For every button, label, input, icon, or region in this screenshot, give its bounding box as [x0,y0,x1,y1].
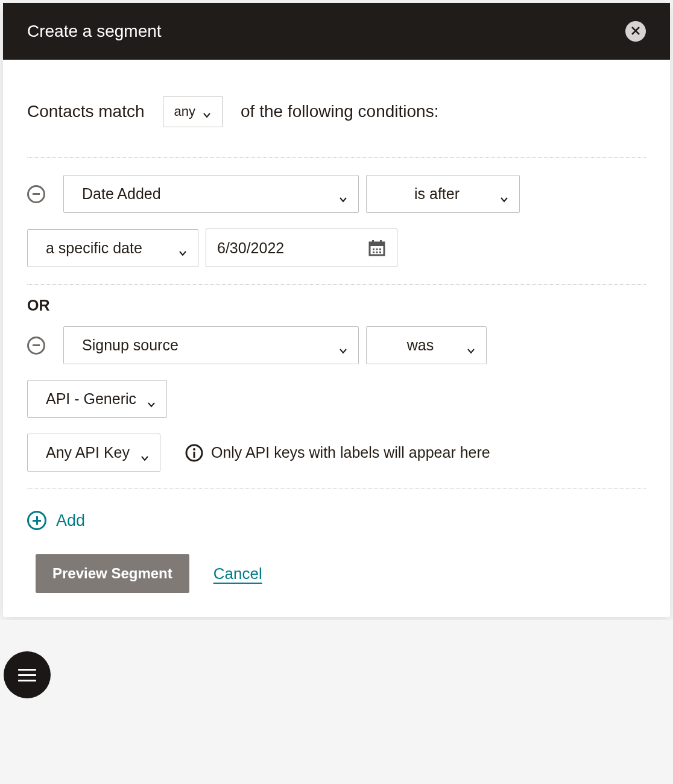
create-segment-modal: Create a segment Contacts match any of t… [3,3,670,617]
svg-rect-9 [379,251,381,253]
condition-row: Any API Key Only API keys with labels wi… [27,434,646,472]
svg-rect-6 [379,248,381,250]
condition-joiner: OR [27,297,646,314]
condition-value1: API - Generic [46,390,136,408]
chevron-down-icon [339,341,347,350]
add-condition-button[interactable]: Add [27,511,646,530]
minus-icon [33,193,40,195]
chevron-down-icon [147,395,156,403]
condition-field-select[interactable]: Signup source [63,326,359,364]
actions-row: Preview Segment Cancel [36,554,646,593]
svg-rect-5 [376,248,378,250]
modal-title: Create a segment [27,22,162,41]
chevron-down-icon [141,449,149,457]
condition-operator-value: was [407,337,434,354]
svg-rect-2 [372,240,374,244]
info-icon [185,443,204,463]
chevron-down-icon [179,244,187,252]
condition-value2: Any API Key [46,444,130,461]
modal-header: Create a segment [3,3,670,60]
minus-icon [33,344,40,346]
svg-rect-4 [373,248,374,250]
modal-body: Contacts match any of the following cond… [3,60,670,617]
match-suffix: of the following conditions: [241,102,438,121]
plus-circle-icon [27,511,46,530]
preview-segment-button[interactable]: Preview Segment [36,554,189,593]
divider [27,284,646,285]
match-prefix: Contacts match [27,102,145,121]
date-mode-select[interactable]: a specific date [27,229,198,267]
info-text: Only API keys with labels will appear he… [211,444,490,461]
svg-rect-3 [380,240,382,244]
close-icon [631,26,640,37]
condition-row: a specific date 6/30/2022 [27,229,646,267]
condition-field-select[interactable]: Date Added [63,175,359,213]
condition-block-1: Date Added is after a specific date [27,158,646,284]
condition-operator-select[interactable]: is after [366,175,520,213]
match-selector-value: any [174,104,195,119]
close-button[interactable] [625,21,646,42]
svg-rect-7 [373,251,374,253]
condition-field-value: Signup source [82,337,179,354]
condition-operator-value: is after [414,185,460,203]
svg-rect-8 [376,251,378,253]
svg-point-11 [193,448,195,450]
calendar-icon [368,239,386,257]
condition-operator-select[interactable]: was [366,326,487,364]
condition-value2-select[interactable]: Any API Key [27,434,160,472]
chevron-down-icon [203,107,211,116]
condition-row: Signup source was [27,326,646,364]
chevron-down-icon [467,341,475,350]
condition-value1-select[interactable]: API - Generic [27,380,167,418]
svg-rect-12 [193,452,195,458]
match-row: Contacts match any of the following cond… [27,96,646,127]
date-input[interactable]: 6/30/2022 [206,229,397,267]
match-selector[interactable]: any [163,96,223,127]
cancel-button[interactable]: Cancel [213,564,262,583]
chevron-down-icon [339,190,347,198]
svg-rect-1 [370,242,384,246]
divider [27,488,646,489]
remove-condition-button[interactable] [27,337,45,355]
date-mode-value: a specific date [46,239,142,257]
condition-field-value: Date Added [82,185,161,203]
add-label: Add [56,511,85,530]
condition-row: Date Added is after [27,175,646,213]
chevron-down-icon [500,190,508,198]
condition-block-2: Signup source was API - Generic [27,326,646,488]
remove-condition-button[interactable] [27,185,45,203]
condition-row: API - Generic [27,380,646,418]
date-value: 6/30/2022 [217,239,284,257]
